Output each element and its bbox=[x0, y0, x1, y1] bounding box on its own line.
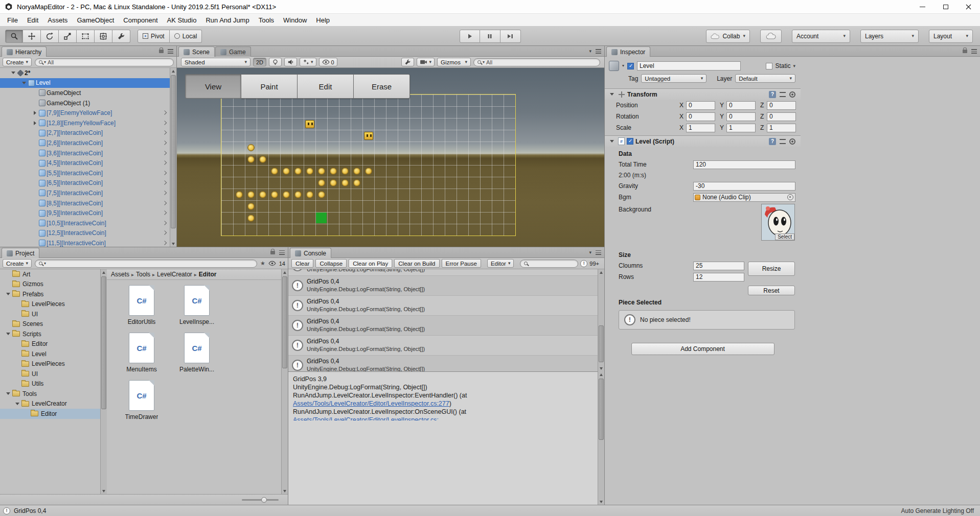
scrollbar-thumb[interactable] bbox=[171, 75, 176, 228]
create-dropdown[interactable]: Create bbox=[3, 58, 32, 66]
hierarchy-item[interactable]: GameObject bbox=[0, 88, 170, 98]
coin-sprite[interactable] bbox=[259, 156, 266, 163]
level-script-component-header[interactable]: Level (Script) bbox=[605, 135, 801, 147]
scroll-down-icon[interactable] bbox=[598, 365, 604, 371]
lock-icon[interactable] bbox=[270, 251, 275, 254]
favorites-star-icon[interactable] bbox=[260, 260, 265, 267]
expand-arrow-icon[interactable] bbox=[4, 289, 12, 299]
prefab-open-chevron-icon[interactable] bbox=[163, 221, 167, 225]
editor-tools-toggle[interactable] bbox=[401, 58, 414, 66]
selected-grid-cell[interactable] bbox=[316, 213, 327, 223]
expand-arrow-icon[interactable] bbox=[31, 118, 39, 128]
static-flags-arrow-icon[interactable] bbox=[793, 64, 795, 68]
scene-visibility-toggle[interactable]: 0 bbox=[319, 58, 337, 66]
scene-search-field[interactable]: All bbox=[473, 58, 600, 66]
presets-icon[interactable] bbox=[780, 92, 786, 97]
vector-field-z[interactable]: 1 bbox=[767, 124, 796, 132]
project-tree-scrollbar[interactable] bbox=[100, 269, 107, 494]
scroll-down-icon[interactable] bbox=[101, 488, 107, 494]
project-folder-item[interactable]: Scripts bbox=[0, 329, 100, 339]
scene-audio-toggle[interactable] bbox=[284, 58, 297, 66]
scrollbar-thumb[interactable] bbox=[599, 325, 604, 362]
zoom-slider[interactable] bbox=[242, 499, 279, 501]
hierarchy-item[interactable]: [10,5][InteractiveCoin] bbox=[0, 218, 170, 228]
menu-run-and-jump[interactable]: Run And Jump bbox=[201, 14, 254, 26]
prefab-open-chevron-icon[interactable] bbox=[163, 131, 167, 135]
prefab-open-chevron-icon[interactable] bbox=[163, 180, 167, 184]
vector-field-x[interactable]: 1 bbox=[686, 124, 715, 132]
console-log-entry[interactable]: GridPos 0,4UnityEngine.Debug:LogFormat(S… bbox=[288, 356, 598, 371]
coin-sprite[interactable] bbox=[236, 191, 243, 198]
project-folder-item[interactable]: Gizmos bbox=[0, 279, 100, 290]
breadcrumb-item-assets[interactable]: Assets bbox=[111, 271, 129, 278]
camera-settings-dropdown[interactable] bbox=[417, 58, 435, 66]
hidden-packages-eye-icon[interactable] bbox=[268, 261, 276, 266]
scrollbar-thumb[interactable] bbox=[101, 276, 106, 409]
panel-menu-icon[interactable] bbox=[596, 250, 601, 255]
hierarchy-item[interactable]: [2,7][InteractiveCoin] bbox=[0, 128, 170, 138]
coin-sprite[interactable] bbox=[294, 191, 302, 198]
scroll-down-icon[interactable] bbox=[170, 241, 176, 247]
prefab-open-chevron-icon[interactable] bbox=[163, 201, 167, 205]
prefab-open-chevron-icon[interactable] bbox=[163, 140, 167, 145]
transform-tool-button[interactable] bbox=[95, 30, 112, 43]
coin-sprite[interactable] bbox=[341, 179, 349, 186]
menu-window[interactable]: Window bbox=[279, 14, 311, 26]
stack-file-link[interactable]: Assets/Tools/LevelCreator/Editor/LevelIn… bbox=[293, 416, 439, 420]
project-file-timedrawer[interactable]: C#TimeDrawer bbox=[114, 380, 169, 420]
hand-tool-button[interactable] bbox=[5, 30, 23, 43]
project-folder-item[interactable]: LevelPieces bbox=[0, 359, 100, 369]
coin-sprite[interactable] bbox=[318, 191, 325, 198]
project-folder-item[interactable]: Scenes bbox=[0, 319, 100, 330]
console-detail-scrollbar[interactable] bbox=[598, 371, 604, 505]
bgm-object-field[interactable]: None (Audio Clip) bbox=[693, 193, 795, 202]
level-grid[interactable] bbox=[221, 94, 516, 236]
project-file-editorutils[interactable]: C#EditorUtils bbox=[114, 285, 169, 325]
columns-field[interactable]: 25 bbox=[693, 262, 744, 270]
coin-sprite[interactable] bbox=[247, 203, 255, 210]
hierarchy-item[interactable]: [12,5][InteractiveCoin] bbox=[0, 228, 170, 239]
scroll-up-icon[interactable] bbox=[598, 269, 604, 275]
hierarchy-search-field[interactable]: All bbox=[35, 58, 174, 66]
add-component-button[interactable]: Add Component bbox=[631, 343, 774, 355]
console-log-entry[interactable]: GridPos 0,4UnityEngine.Debug:LogFormat(S… bbox=[288, 316, 598, 336]
console-error-pause-button[interactable]: Error Pause bbox=[442, 259, 481, 268]
project-folder-item[interactable]: Level bbox=[0, 349, 100, 359]
hierarchy-item[interactable]: [11,5][InteractiveCoin] bbox=[0, 238, 170, 247]
prefab-open-chevron-icon[interactable] bbox=[163, 241, 167, 245]
layout-dropdown[interactable]: Layout bbox=[929, 30, 973, 43]
cloud-services-button[interactable] bbox=[760, 30, 782, 43]
fold-arrow-icon[interactable] bbox=[608, 89, 616, 100]
breadcrumb-item-levelcreator[interactable]: LevelCreator bbox=[157, 271, 192, 278]
prefab-open-chevron-icon[interactable] bbox=[163, 110, 167, 114]
prefab-open-chevron-icon[interactable] bbox=[163, 121, 167, 125]
scene-lighting-toggle[interactable] bbox=[269, 58, 282, 66]
active-checkbox[interactable] bbox=[627, 63, 634, 69]
console-clear-button[interactable]: Clear bbox=[291, 259, 313, 268]
static-checkbox[interactable] bbox=[766, 63, 772, 69]
breadcrumb-item-tools[interactable]: Tools bbox=[136, 271, 150, 278]
status-message[interactable]: GridPos 0,4 bbox=[14, 507, 46, 514]
prefab-open-chevron-icon[interactable] bbox=[163, 171, 167, 175]
rect-tool-button[interactable] bbox=[77, 30, 95, 43]
project-folder-item[interactable]: LevelPieces bbox=[0, 299, 100, 310]
menu-file[interactable]: File bbox=[3, 14, 22, 26]
enemy-yellow-face-sprite[interactable] bbox=[364, 132, 373, 140]
pause-button[interactable] bbox=[480, 30, 500, 43]
tab-scene[interactable]: Scene bbox=[178, 46, 215, 57]
console-clear-on-play-button[interactable]: Clear on Play bbox=[349, 259, 392, 268]
vector-field-x[interactable]: 0 bbox=[686, 112, 715, 121]
enemy-yellow-face-sprite[interactable] bbox=[305, 120, 314, 128]
local-toggle[interactable]: Local bbox=[170, 30, 202, 43]
scroll-up-icon[interactable] bbox=[101, 269, 107, 275]
zoom-slider-knob[interactable] bbox=[261, 497, 267, 503]
maximize-button[interactable] bbox=[934, 0, 957, 13]
pivot-toggle[interactable]: Pivot bbox=[138, 30, 170, 43]
expand-arrow-icon[interactable] bbox=[4, 389, 12, 399]
script-enabled-checkbox[interactable] bbox=[627, 138, 633, 145]
coin-sprite[interactable] bbox=[271, 168, 278, 175]
presets-icon[interactable] bbox=[780, 139, 786, 144]
menu-component[interactable]: Component bbox=[119, 14, 162, 26]
hierarchy-item[interactable]: [4,5][InteractiveCoin] bbox=[0, 158, 170, 168]
prefab-open-chevron-icon[interactable] bbox=[163, 151, 167, 155]
